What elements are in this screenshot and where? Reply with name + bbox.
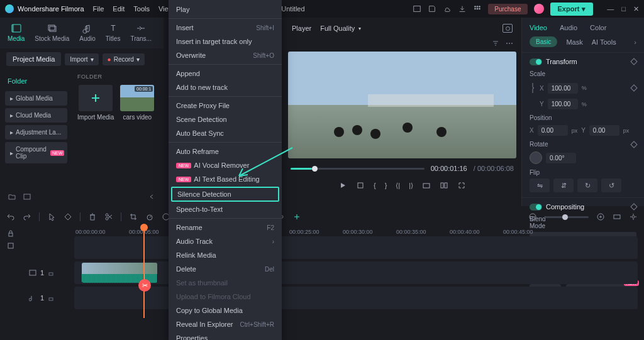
keyframe-diamond-icon[interactable]	[630, 58, 637, 65]
prev-frame-button[interactable]: ⟨|	[396, 182, 400, 190]
rotate-cw-button[interactable]: ↻	[577, 178, 597, 192]
lock-icon[interactable]	[48, 295, 54, 301]
cloud-icon[interactable]	[443, 4, 452, 13]
rotate-input[interactable]	[546, 153, 576, 163]
ctx-audio-track[interactable]: Audio Track›	[169, 234, 282, 248]
stop-button[interactable]	[356, 181, 365, 190]
record-dropdown[interactable]: ●Record▾	[103, 53, 145, 65]
ctx-auto-reframe[interactable]: Auto Reframe	[169, 145, 282, 158]
fullscreen-icon[interactable]	[457, 181, 466, 190]
keyframe-diamond-icon[interactable]	[630, 203, 637, 210]
more-icon[interactable]	[505, 39, 514, 48]
playhead[interactable]	[143, 225, 145, 318]
ctx-ai-text-editing[interactable]: NEWAI Text Based Editing	[169, 172, 282, 186]
maximize-button[interactable]: □	[621, 5, 626, 13]
download-icon[interactable]	[458, 4, 467, 13]
track-lane[interactable]	[74, 236, 638, 259]
speed-icon[interactable]	[145, 212, 154, 221]
subtab-ai-tools[interactable]: AI Tools	[592, 38, 616, 46]
zoom-slider[interactable]	[545, 216, 589, 218]
layout-icon[interactable]	[413, 4, 421, 13]
sidebar-item-cloud-media[interactable]: ▸Cloud Media	[5, 108, 67, 123]
ctx-insert[interactable]: InsertShift+I	[169, 21, 282, 35]
undo-icon[interactable]	[6, 212, 15, 221]
ctx-append[interactable]: Append	[169, 67, 282, 80]
tab-stock-media[interactable]: Stock Media	[35, 23, 69, 42]
ctx-speech-to-text[interactable]: Speech-to-Text	[169, 202, 282, 216]
tab-titles[interactable]: T Titles	[106, 23, 121, 42]
menu-edit[interactable]: Edit	[113, 5, 125, 13]
quality-dropdown[interactable]: Full Quality▾	[320, 25, 361, 32]
scale-y-input[interactable]	[548, 99, 578, 109]
media-clip-cars-video[interactable]: 00:00:1 cars video	[120, 85, 154, 121]
auto-ripple-icon[interactable]	[292, 212, 301, 221]
mark-out-button[interactable]: }	[385, 182, 387, 189]
export-button[interactable]: Export▾	[550, 3, 594, 16]
lock-icon[interactable]	[48, 270, 54, 276]
inspector-tab-video[interactable]: Video	[530, 24, 547, 31]
ctx-relink-media[interactable]: Relink Media	[169, 248, 282, 262]
rotate-knob[interactable]	[530, 151, 542, 164]
zoom-fit-icon[interactable]	[613, 212, 621, 221]
zoom-out-icon[interactable]	[528, 212, 537, 221]
ctx-delete[interactable]: DeleteDel	[169, 262, 282, 276]
subtab-more-icon[interactable]: ›	[634, 38, 636, 46]
snapshot-button[interactable]	[502, 24, 513, 33]
import-dropdown[interactable]: Import▾	[65, 53, 98, 65]
track-add-icon[interactable]	[6, 241, 25, 250]
filter-icon[interactable]	[491, 39, 500, 48]
track-lane[interactable]	[74, 261, 638, 284]
ctx-add-new-track[interactable]: Add to new track	[169, 80, 282, 94]
position-y-input[interactable]	[589, 125, 619, 136]
compositing-toggle[interactable]	[530, 204, 542, 211]
settings-icon[interactable]	[629, 212, 638, 221]
redo-icon[interactable]	[23, 212, 31, 221]
import-media-tile[interactable]: Import Media	[77, 85, 114, 121]
flip-vertical-button[interactable]: ⇵	[553, 178, 574, 192]
save-icon[interactable]	[428, 4, 436, 13]
link-icon[interactable]	[530, 81, 536, 95]
rotate-ccw-button[interactable]: ↺	[601, 178, 621, 192]
screenshot-icon[interactable]	[422, 181, 431, 190]
split-icon[interactable]	[104, 212, 113, 221]
subtab-mask[interactable]: Mask	[566, 38, 582, 46]
ctx-copy-global[interactable]: Copy to Global Media	[169, 304, 282, 317]
subtab-basic[interactable]: Basic	[530, 36, 557, 47]
keyframe-icon[interactable]	[64, 212, 72, 221]
tab-media[interactable]: Media	[8, 23, 25, 42]
apps-icon[interactable]	[473, 4, 482, 13]
tab-audio[interactable]: Audio	[79, 23, 96, 42]
video-preview[interactable]	[288, 52, 516, 158]
keyframe-diamond-icon[interactable]	[630, 84, 637, 91]
ctx-insert-target[interactable]: Insert in target track only	[169, 35, 282, 48]
zoom-in-icon[interactable]	[596, 212, 605, 221]
ctx-ai-vocal-remover[interactable]: NEWAI Vocal Remover	[169, 158, 282, 172]
ctx-rename[interactable]: RenameF2	[169, 221, 282, 234]
collapse-icon[interactable]	[147, 192, 156, 201]
sidebar-item-adjustment-layer[interactable]: ▸Adjustment La...	[5, 125, 67, 140]
menu-file[interactable]: File	[93, 5, 104, 13]
ctx-auto-beat-sync[interactable]: Auto Beat Sync	[169, 126, 282, 140]
sidebar-item-compound-clip[interactable]: ▸Compound ClipNEW	[5, 142, 67, 163]
delete-icon[interactable]	[88, 212, 97, 221]
play-button[interactable]	[338, 181, 347, 190]
ctx-create-proxy[interactable]: Create Proxy File	[169, 99, 282, 112]
sidebar-item-global-media[interactable]: ▸Global Media	[5, 91, 67, 106]
inspector-tab-audio[interactable]: Audio	[560, 24, 577, 31]
timeline-ruler[interactable]: 00:00:00:00 00:00:05:00 00:00:10:00 00:0…	[25, 226, 638, 236]
compare-icon[interactable]	[440, 181, 448, 190]
inspector-tab-color[interactable]: Color	[590, 24, 606, 31]
minimize-button[interactable]: —	[607, 5, 614, 13]
ctx-properties[interactable]: Properties	[169, 331, 282, 340]
ctx-play[interactable]: Play	[169, 3, 282, 16]
new-folder-icon[interactable]	[8, 192, 16, 201]
close-button[interactable]: ✕	[633, 5, 639, 13]
next-frame-button[interactable]: |⟩	[409, 182, 413, 190]
ctx-overwrite[interactable]: OverwriteShift+O	[169, 48, 282, 62]
cut-marker[interactable]: ✂	[138, 279, 151, 292]
scale-x-input[interactable]	[548, 83, 578, 94]
transform-toggle[interactable]	[530, 58, 542, 65]
crop-icon[interactable]	[129, 212, 138, 221]
menu-tools[interactable]: Tools	[133, 5, 150, 13]
purchase-button[interactable]: Purchase	[488, 4, 527, 14]
